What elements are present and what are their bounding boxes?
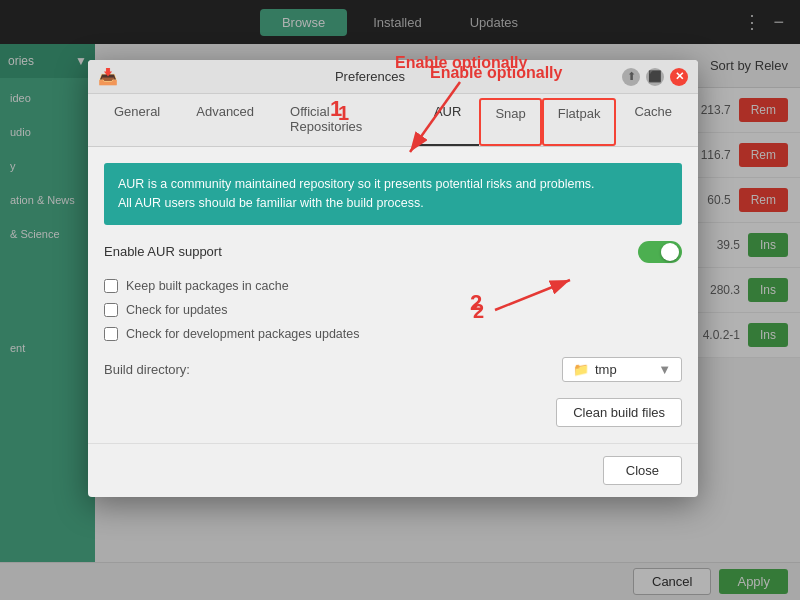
tab-aur[interactable]: AUR xyxy=(416,94,479,146)
enable-aur-toggle[interactable] xyxy=(638,241,682,263)
tab-flatpak[interactable]: Flatpak xyxy=(542,98,617,146)
modal-titlebar: 📥 Preferences ⬆ ⬛ ✕ xyxy=(88,60,698,94)
preferences-modal: 📥 Preferences ⬆ ⬛ ✕ General Advanced Off… xyxy=(88,60,698,497)
checkbox-check-updates-input[interactable] xyxy=(104,303,118,317)
modal-restore-btn[interactable]: ⬛ xyxy=(646,68,664,86)
clean-build-row: Clean build files xyxy=(104,398,682,427)
build-dir-chevron-icon: ▼ xyxy=(658,362,671,377)
build-dir-row: Build directory: 📁 tmp ▼ xyxy=(104,357,682,382)
folder-icon: 📁 xyxy=(573,362,589,377)
tab-general[interactable]: General xyxy=(96,94,178,146)
build-dir-dropdown[interactable]: 📁 tmp ▼ xyxy=(562,357,682,382)
clean-build-button[interactable]: Clean build files xyxy=(556,398,682,427)
modal-controls: ⬆ ⬛ ✕ xyxy=(622,68,688,86)
modal-tabs: General Advanced Official Repositories A… xyxy=(88,94,698,147)
modal-body: AUR is a community maintained repository… xyxy=(88,147,698,443)
modal-expand-btn[interactable]: ⬆ xyxy=(622,68,640,86)
checkbox-check-updates: Check for updates xyxy=(104,303,682,317)
enable-aur-label: Enable AUR support xyxy=(104,244,222,259)
modal-close-btn[interactable]: ✕ xyxy=(670,68,688,86)
build-dir-value: tmp xyxy=(595,362,652,377)
modal-footer: Close xyxy=(88,443,698,497)
checkbox-keep-packages-label: Keep built packages in cache xyxy=(126,279,289,293)
warning-line1: AUR is a community maintained repository… xyxy=(118,175,668,194)
checkbox-dev-packages: Check for development packages updates xyxy=(104,327,682,341)
modal-title-icon: 📥 xyxy=(98,67,118,86)
modal-title: Preferences xyxy=(118,69,622,84)
checkbox-keep-packages-input[interactable] xyxy=(104,279,118,293)
tab-advanced[interactable]: Advanced xyxy=(178,94,272,146)
tab-snap[interactable]: Snap xyxy=(479,98,541,146)
checkbox-check-updates-label: Check for updates xyxy=(126,303,227,317)
warning-line2: All AUR users should be familiar with th… xyxy=(118,194,668,213)
close-modal-button[interactable]: Close xyxy=(603,456,682,485)
checkbox-keep-packages: Keep built packages in cache xyxy=(104,279,682,293)
build-dir-label: Build directory: xyxy=(104,362,190,377)
tab-cache[interactable]: Cache xyxy=(616,94,690,146)
warning-banner: AUR is a community maintained repository… xyxy=(104,163,682,225)
modal-overlay: 📥 Preferences ⬆ ⬛ ✕ General Advanced Off… xyxy=(0,0,800,600)
tab-official-repos[interactable]: Official Repositories xyxy=(272,94,416,146)
toggle-knob xyxy=(661,243,679,261)
enable-aur-row: Enable AUR support xyxy=(104,241,682,263)
checkbox-dev-packages-input[interactable] xyxy=(104,327,118,341)
checkbox-dev-packages-label: Check for development packages updates xyxy=(126,327,359,341)
